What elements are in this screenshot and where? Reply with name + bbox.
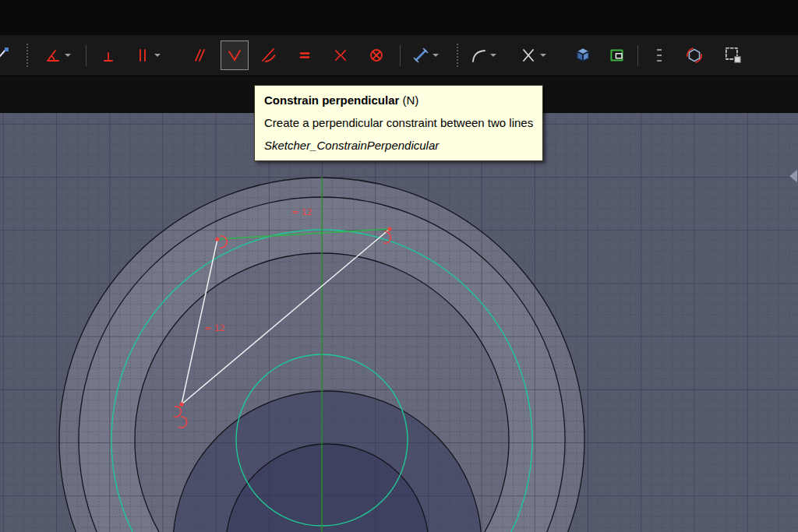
dropdown-caret[interactable] bbox=[540, 54, 546, 57]
constrain-block-button[interactable] bbox=[362, 41, 390, 70]
constrain-vertical-horizontal-icon bbox=[133, 46, 152, 65]
constrain-tangent-button[interactable] bbox=[255, 41, 283, 70]
titlebar bbox=[0, 0, 798, 35]
constrain-symmetric-icon bbox=[331, 46, 350, 65]
selection-box-button[interactable] bbox=[719, 41, 747, 70]
3d-viewport[interactable]: = 12 = 12 bbox=[0, 113, 798, 532]
dropdown-caret[interactable] bbox=[154, 54, 161, 57]
constrain-perpendicular-icon bbox=[225, 46, 244, 65]
edit-polygon-icon bbox=[684, 45, 704, 65]
toggle-construction-button[interactable] bbox=[603, 41, 631, 70]
constrain-equal-icon bbox=[295, 46, 314, 65]
constrain-symmetric-button[interactable] bbox=[327, 41, 355, 70]
view-section-icon bbox=[573, 45, 593, 65]
toggle-construction-icon bbox=[607, 45, 627, 65]
edit-line-button[interactable] bbox=[0, 41, 16, 70]
vertex-point[interactable] bbox=[179, 402, 183, 406]
freecad-window: = 12 = 12 Constrain perpendicular (N) Cr… bbox=[0, 0, 798, 112]
constrain-tangent-icon bbox=[260, 46, 278, 65]
sketcher-constraints-toolbar bbox=[0, 35, 798, 76]
selection-box-icon bbox=[723, 45, 743, 65]
toolbar-drag-handle[interactable] bbox=[26, 44, 31, 67]
constrain-distance-button[interactable] bbox=[407, 41, 443, 70]
constrain-block-icon bbox=[367, 46, 386, 65]
create-fillet-icon bbox=[469, 46, 488, 65]
tooltip-title: Constrain perpendicular bbox=[264, 93, 399, 107]
constrain-parallel-icon bbox=[189, 46, 208, 65]
tooltip-description: Create a perpendicular constraint betwee… bbox=[264, 115, 533, 130]
dropdown-caret[interactable] bbox=[433, 54, 439, 57]
tooltip-shortcut: (N) bbox=[403, 93, 419, 107]
vertex-point[interactable] bbox=[387, 227, 391, 231]
toolbar-separator bbox=[86, 45, 87, 66]
trim-edge-icon bbox=[519, 46, 538, 65]
vertex-point[interactable] bbox=[215, 237, 219, 241]
constrain-vertical-horizontal-button[interactable] bbox=[129, 41, 164, 70]
toolbar-separator bbox=[637, 45, 638, 66]
tooltip-command: Sketcher_ConstrainPerpendicular bbox=[264, 138, 533, 153]
toolbar-drag-handle[interactable] bbox=[457, 44, 461, 67]
equal-constraint-label[interactable]: = 12 bbox=[204, 323, 225, 333]
rendering-order-button[interactable] bbox=[643, 41, 671, 70]
create-fillet-button[interactable] bbox=[464, 41, 500, 70]
edit-line-icon bbox=[0, 46, 11, 65]
edit-polygon-button[interactable] bbox=[680, 41, 708, 70]
rendering-order-icon bbox=[648, 46, 666, 65]
grid-overlay bbox=[0, 113, 798, 532]
view-section-button[interactable] bbox=[569, 41, 597, 70]
equal-constraint-label[interactable]: = 12 bbox=[291, 207, 312, 217]
dropdown-caret[interactable] bbox=[65, 54, 71, 57]
constrain-parallel-button[interactable] bbox=[185, 41, 213, 70]
sketch-canvas[interactable]: = 12 = 12 bbox=[0, 113, 798, 532]
constrain-angle-button[interactable] bbox=[39, 41, 75, 70]
constrain-distance-icon bbox=[411, 46, 430, 65]
constrain-coincident-icon bbox=[99, 46, 118, 65]
constrain-equal-button[interactable] bbox=[291, 41, 319, 70]
panel-collapse-arrow-icon[interactable] bbox=[789, 170, 797, 182]
constrain-perpendicular-button[interactable] bbox=[221, 41, 249, 70]
toolbar-separator bbox=[400, 45, 401, 66]
tooltip: Constrain perpendicular (N) Create a per… bbox=[254, 85, 543, 161]
trim-edge-button[interactable] bbox=[514, 41, 550, 70]
dropdown-caret[interactable] bbox=[490, 54, 496, 57]
constrain-coincident-button[interactable] bbox=[94, 41, 122, 70]
constrain-angle-icon bbox=[44, 46, 62, 65]
